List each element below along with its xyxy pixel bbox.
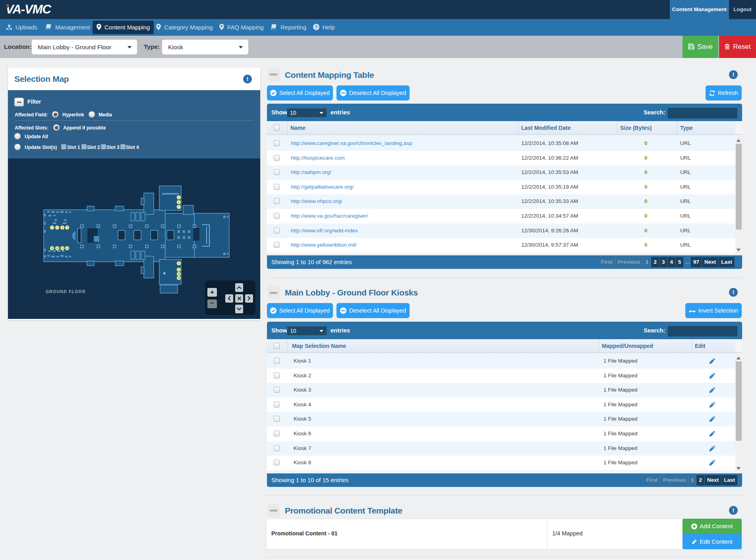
svg-text:15: 15 — [178, 277, 180, 279]
svg-text:13: 13 — [51, 247, 53, 249]
svg-text:10: 10 — [178, 273, 180, 275]
svg-text:?: ? — [315, 25, 317, 29]
svg-text:14: 14 — [56, 247, 58, 249]
svg-text:11: 11 — [62, 247, 64, 249]
svg-text:12: 12 — [66, 247, 68, 249]
